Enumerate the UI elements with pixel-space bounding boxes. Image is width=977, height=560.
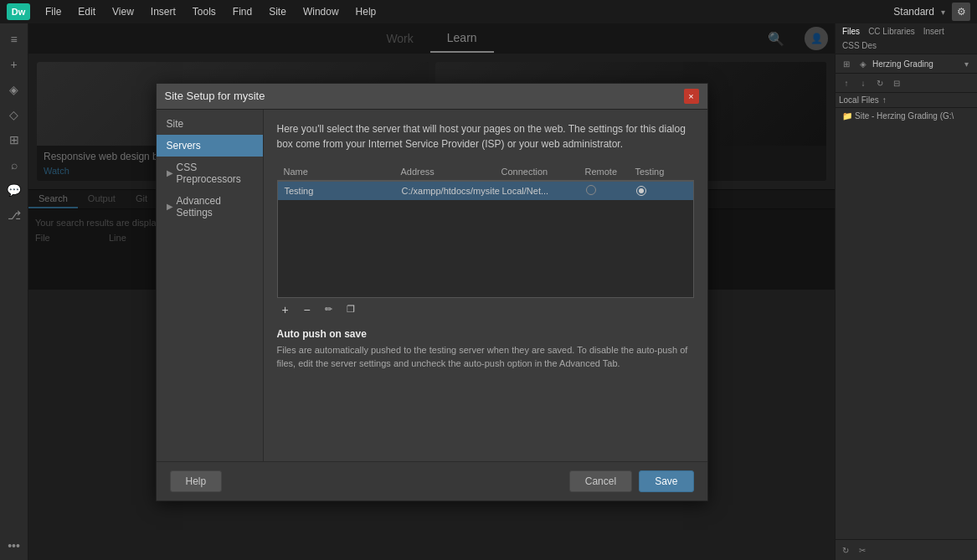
rp-folder-dropdown[interactable]: ▾: [959, 56, 974, 71]
gear-icon: ⚙: [957, 6, 966, 18]
rp-files-header: Local Files ↑: [836, 93, 977, 108]
modal-close-button[interactable]: ×: [684, 89, 699, 104]
menu-file[interactable]: File: [39, 4, 68, 19]
nav-item-servers[interactable]: Servers: [157, 135, 263, 157]
menu-bar: Dw File Edit View Insert Tools Find Site…: [0, 0, 977, 23]
rp-tab-css-des[interactable]: CSS Des: [839, 39, 880, 52]
col-testing-header: Testing: [635, 167, 686, 177]
folder-icon: 📁: [842, 111, 852, 121]
server-address: C:/xampp/htdocs/mysite: [402, 186, 502, 196]
server-toolbar: + − ✏ ❐: [277, 298, 694, 321]
gear-button[interactable]: ⚙: [952, 3, 970, 21]
sidebar-icon-dom[interactable]: ◇: [3, 104, 25, 126]
sidebar-icon-files[interactable]: ≡: [3, 28, 25, 50]
remove-server-button[interactable]: −: [299, 301, 316, 318]
remote-radio-icon[interactable]: [586, 185, 596, 195]
menu-tools[interactable]: Tools: [186, 4, 223, 19]
cancel-button[interactable]: Cancel: [569, 470, 632, 492]
modal-nav: Site Servers ▶ CSS Preprocessors ▶ Advan…: [157, 110, 264, 461]
rp-bottom-snippets[interactable]: ✂: [855, 542, 870, 557]
menu-insert[interactable]: Insert: [144, 4, 183, 19]
dw-logo: Dw: [7, 3, 30, 20]
modal-description: Here you'll select the server that will …: [277, 121, 694, 152]
rp-nav-up[interactable]: ↑: [839, 75, 854, 90]
rp-nav-down[interactable]: ↓: [856, 75, 871, 90]
rp-folder-label: Herzing Grading: [872, 59, 957, 69]
testing-radio-icon[interactable]: [636, 186, 646, 196]
auto-push-section: Auto push on save Files are automaticall…: [277, 328, 694, 371]
modal-body: Site Servers ▶ CSS Preprocessors ▶ Advan…: [157, 110, 707, 461]
auto-push-title: Auto push on save: [277, 328, 694, 340]
sidebar-icon-css[interactable]: ◈: [3, 79, 25, 100]
col-name-header: Name: [284, 167, 401, 177]
sidebar-icon-git[interactable]: ⎇: [3, 204, 25, 226]
help-button[interactable]: Help: [170, 470, 223, 492]
rp-tab-insert[interactable]: Insert: [920, 25, 948, 38]
rp-tab-files[interactable]: Files: [839, 25, 863, 38]
edit-server-button[interactable]: ✏: [321, 301, 337, 318]
rp-files-toolbar: ↑ ↓ ↻ ⊟: [836, 74, 977, 93]
rp-bottom-toolbar: ↻ ✂: [836, 539, 977, 560]
modal-title-bar: Site Setup for mysite ×: [157, 84, 707, 110]
menu-view[interactable]: View: [105, 4, 141, 19]
rp-refresh[interactable]: ↻: [872, 75, 887, 90]
rp-tab-cc-libraries[interactable]: CC Libraries: [865, 25, 918, 38]
rp-bottom-refresh[interactable]: ↻: [838, 542, 853, 557]
auto-push-description: Files are automatically pushed to the te…: [277, 343, 694, 371]
main-area: ≡ + ◈ ◇ ⊞ ⌕ 💬 ⎇ ••• Work Learn 🔍 👤: [0, 23, 977, 560]
menu-find[interactable]: Find: [226, 4, 259, 19]
nav-item-advanced-settings[interactable]: ▶ Advanced Settings: [157, 190, 263, 223]
rp-tool-2[interactable]: ◈: [856, 56, 871, 71]
server-connection: Local/Net...: [502, 186, 586, 196]
server-table-header: Name Address Connection Remote Testing: [277, 163, 694, 181]
col-connection-header: Connection: [501, 167, 585, 177]
workspace-label[interactable]: Standard: [893, 6, 934, 18]
server-row-0[interactable]: Testing C:/xampp/htdocs/mysite Local/Net…: [278, 182, 693, 200]
local-files-arrow: ↑: [882, 95, 887, 105]
right-panel-tabs: Files CC Libraries Insert CSS Des: [836, 23, 977, 54]
menu-site[interactable]: Site: [262, 4, 293, 19]
local-files-label: Local Files: [839, 95, 879, 105]
sidebar-icon-search[interactable]: ⌕: [3, 154, 25, 176]
rp-toolbar: ⊞ ◈ Herzing Grading ▾: [836, 54, 977, 74]
rp-file-item-0[interactable]: 📁 Site - Herzing Grading (G:\: [836, 110, 977, 122]
right-panel: Files CC Libraries Insert CSS Des ⊞ ◈ He…: [835, 23, 977, 560]
sidebar-icon-assets[interactable]: ⊞: [3, 129, 25, 151]
rp-grid[interactable]: ⊟: [889, 75, 904, 90]
server-name: Testing: [285, 186, 402, 196]
rp-tool-1[interactable]: ⊞: [839, 56, 854, 71]
add-server-button[interactable]: +: [277, 301, 294, 318]
server-testing-radio[interactable]: [636, 185, 686, 196]
menu-window[interactable]: Window: [296, 4, 346, 19]
sidebar-icon-insert[interactable]: +: [3, 54, 25, 75]
duplicate-server-button[interactable]: ❐: [342, 301, 359, 318]
modal-dialog: Site Setup for mysite × Site Servers: [156, 83, 708, 501]
menu-edit[interactable]: Edit: [71, 4, 102, 19]
center-content: Work Learn 🔍 👤 Responsive web de: [28, 23, 835, 560]
server-remote-radio[interactable]: [586, 185, 636, 197]
col-remote-header: Remote: [585, 167, 635, 177]
left-sidebar: ≡ + ◈ ◇ ⊞ ⌕ 💬 ⎇ •••: [0, 23, 28, 560]
sidebar-icon-chat[interactable]: 💬: [3, 179, 25, 201]
save-button[interactable]: Save: [639, 470, 693, 492]
nav-item-css-preprocessors[interactable]: ▶ CSS Preprocessors: [157, 157, 263, 190]
modal-title: Site Setup for mysite: [165, 90, 265, 102]
modal-overlay: Site Setup for mysite × Site Servers: [28, 23, 835, 560]
col-address-header: Address: [401, 167, 501, 177]
workspace-dropdown-icon: ▾: [941, 8, 945, 17]
rp-file-tree: 📁 Site - Herzing Grading (G:\: [836, 108, 977, 539]
server-table: Testing C:/xampp/htdocs/mysite Local/Net…: [277, 181, 694, 298]
modal-footer: Help Cancel Save: [157, 461, 707, 501]
menu-help[interactable]: Help: [349, 4, 383, 19]
modal-main: Here you'll select the server that will …: [264, 110, 707, 461]
nav-item-site[interactable]: Site: [157, 113, 263, 135]
sidebar-icon-more[interactable]: •••: [3, 535, 25, 557]
